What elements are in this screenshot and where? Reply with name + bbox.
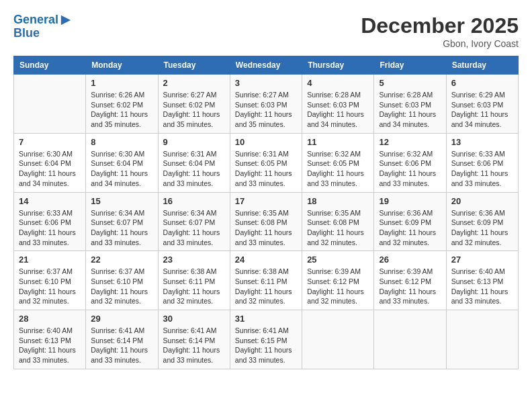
day-detail: Sunrise: 6:39 AM Sunset: 6:12 PM Dayligh… xyxy=(379,267,441,306)
weekday-header-cell: Thursday xyxy=(302,56,374,75)
calendar-week-row: 7Sunrise: 6:30 AM Sunset: 6:04 PM Daylig… xyxy=(14,133,519,192)
calendar-day-cell xyxy=(14,75,86,134)
day-detail: Sunrise: 6:32 AM Sunset: 6:06 PM Dayligh… xyxy=(379,149,441,189)
page-header: General Blue December 2025 Gbon, Ivory C… xyxy=(13,13,519,49)
day-number: 17 xyxy=(235,196,297,206)
calendar-week-row: 21Sunrise: 6:37 AM Sunset: 6:10 PM Dayli… xyxy=(14,251,519,310)
day-number: 28 xyxy=(19,314,81,324)
calendar-day-cell: 21Sunrise: 6:37 AM Sunset: 6:10 PM Dayli… xyxy=(14,251,86,310)
day-number: 22 xyxy=(91,255,152,265)
day-number: 4 xyxy=(307,78,369,88)
calendar-day-cell: 28Sunrise: 6:40 AM Sunset: 6:13 PM Dayli… xyxy=(14,310,86,369)
day-number: 15 xyxy=(91,196,152,206)
month-title: December 2025 xyxy=(361,13,519,38)
logo-general: General xyxy=(13,13,58,26)
weekday-header-cell: Wednesday xyxy=(230,56,302,75)
calendar-day-cell: 29Sunrise: 6:41 AM Sunset: 6:14 PM Dayli… xyxy=(86,310,158,369)
calendar-week-row: 28Sunrise: 6:40 AM Sunset: 6:13 PM Dayli… xyxy=(14,310,519,369)
day-number: 21 xyxy=(19,255,81,265)
calendar-day-cell: 5Sunrise: 6:28 AM Sunset: 6:03 PM Daylig… xyxy=(374,75,446,134)
day-number: 19 xyxy=(379,196,441,206)
calendar-day-cell: 14Sunrise: 6:33 AM Sunset: 6:06 PM Dayli… xyxy=(14,192,86,251)
day-detail: Sunrise: 6:27 AM Sunset: 6:03 PM Dayligh… xyxy=(235,90,297,130)
calendar-day-cell: 3Sunrise: 6:27 AM Sunset: 6:03 PM Daylig… xyxy=(230,75,302,134)
calendar-week-row: 14Sunrise: 6:33 AM Sunset: 6:06 PM Dayli… xyxy=(14,192,519,251)
day-detail: Sunrise: 6:32 AM Sunset: 6:05 PM Dayligh… xyxy=(307,149,369,189)
calendar-body: 1Sunrise: 6:26 AM Sunset: 6:02 PM Daylig… xyxy=(14,75,519,369)
day-number: 2 xyxy=(163,78,225,88)
weekday-header-cell: Tuesday xyxy=(158,56,230,75)
calendar-day-cell: 22Sunrise: 6:37 AM Sunset: 6:10 PM Dayli… xyxy=(86,251,158,310)
calendar-day-cell: 20Sunrise: 6:36 AM Sunset: 6:09 PM Dayli… xyxy=(446,192,518,251)
day-detail: Sunrise: 6:29 AM Sunset: 6:03 PM Dayligh… xyxy=(451,90,513,130)
calendar-day-cell: 1Sunrise: 6:26 AM Sunset: 6:02 PM Daylig… xyxy=(86,75,158,134)
calendar-day-cell: 31Sunrise: 6:41 AM Sunset: 6:15 PM Dayli… xyxy=(230,310,302,369)
day-detail: Sunrise: 6:33 AM Sunset: 6:06 PM Dayligh… xyxy=(451,149,513,189)
day-detail: Sunrise: 6:37 AM Sunset: 6:10 PM Dayligh… xyxy=(91,267,152,306)
calendar-day-cell: 23Sunrise: 6:38 AM Sunset: 6:11 PM Dayli… xyxy=(158,251,230,310)
calendar-day-cell: 10Sunrise: 6:31 AM Sunset: 6:05 PM Dayli… xyxy=(230,133,302,192)
day-number: 16 xyxy=(163,196,225,206)
day-detail: Sunrise: 6:28 AM Sunset: 6:03 PM Dayligh… xyxy=(379,90,441,130)
day-detail: Sunrise: 6:39 AM Sunset: 6:12 PM Dayligh… xyxy=(307,267,369,306)
day-detail: Sunrise: 6:26 AM Sunset: 6:02 PM Dayligh… xyxy=(91,90,152,130)
calendar-day-cell: 12Sunrise: 6:32 AM Sunset: 6:06 PM Dayli… xyxy=(374,133,446,192)
day-detail: Sunrise: 6:30 AM Sunset: 6:04 PM Dayligh… xyxy=(91,149,152,189)
day-detail: Sunrise: 6:38 AM Sunset: 6:11 PM Dayligh… xyxy=(163,267,225,306)
weekday-header-cell: Sunday xyxy=(14,56,86,75)
day-number: 10 xyxy=(235,137,297,147)
calendar-day-cell: 18Sunrise: 6:35 AM Sunset: 6:08 PM Dayli… xyxy=(302,192,374,251)
logo-text: General Blue xyxy=(13,13,72,40)
calendar-day-cell: 8Sunrise: 6:30 AM Sunset: 6:04 PM Daylig… xyxy=(86,133,158,192)
day-number: 1 xyxy=(91,78,152,88)
day-number: 26 xyxy=(379,255,441,265)
logo: General Blue xyxy=(13,13,72,40)
day-detail: Sunrise: 6:40 AM Sunset: 6:13 PM Dayligh… xyxy=(451,267,513,306)
calendar-day-cell xyxy=(374,310,446,369)
day-detail: Sunrise: 6:36 AM Sunset: 6:09 PM Dayligh… xyxy=(451,208,513,248)
day-number: 12 xyxy=(379,137,441,147)
calendar-day-cell: 7Sunrise: 6:30 AM Sunset: 6:04 PM Daylig… xyxy=(14,133,86,192)
day-detail: Sunrise: 6:34 AM Sunset: 6:07 PM Dayligh… xyxy=(163,208,225,248)
calendar-table: SundayMondayTuesdayWednesdayThursdayFrid… xyxy=(13,56,519,369)
day-detail: Sunrise: 6:33 AM Sunset: 6:06 PM Dayligh… xyxy=(19,208,81,248)
calendar-day-cell: 6Sunrise: 6:29 AM Sunset: 6:03 PM Daylig… xyxy=(446,75,518,134)
day-detail: Sunrise: 6:38 AM Sunset: 6:11 PM Dayligh… xyxy=(235,267,297,306)
day-number: 9 xyxy=(163,137,225,147)
day-detail: Sunrise: 6:31 AM Sunset: 6:05 PM Dayligh… xyxy=(235,149,297,189)
day-number: 11 xyxy=(307,137,369,147)
calendar-day-cell: 15Sunrise: 6:34 AM Sunset: 6:07 PM Dayli… xyxy=(86,192,158,251)
day-detail: Sunrise: 6:36 AM Sunset: 6:09 PM Dayligh… xyxy=(379,208,441,248)
calendar-day-cell: 2Sunrise: 6:27 AM Sunset: 6:02 PM Daylig… xyxy=(158,75,230,134)
calendar-day-cell: 9Sunrise: 6:31 AM Sunset: 6:04 PM Daylig… xyxy=(158,133,230,192)
weekday-header-cell: Friday xyxy=(374,56,446,75)
day-detail: Sunrise: 6:40 AM Sunset: 6:13 PM Dayligh… xyxy=(19,326,81,365)
day-detail: Sunrise: 6:27 AM Sunset: 6:02 PM Dayligh… xyxy=(163,90,225,130)
day-number: 7 xyxy=(19,137,81,147)
day-number: 29 xyxy=(91,314,152,324)
day-number: 13 xyxy=(451,137,513,147)
calendar-day-cell: 26Sunrise: 6:39 AM Sunset: 6:12 PM Dayli… xyxy=(374,251,446,310)
day-number: 31 xyxy=(235,314,297,324)
day-detail: Sunrise: 6:41 AM Sunset: 6:14 PM Dayligh… xyxy=(91,326,152,365)
calendar-day-cell: 17Sunrise: 6:35 AM Sunset: 6:08 PM Dayli… xyxy=(230,192,302,251)
weekday-header-cell: Saturday xyxy=(446,56,518,75)
day-number: 20 xyxy=(451,196,513,206)
day-number: 25 xyxy=(307,255,369,265)
day-number: 24 xyxy=(235,255,297,265)
calendar-day-cell: 19Sunrise: 6:36 AM Sunset: 6:09 PM Dayli… xyxy=(374,192,446,251)
day-number: 27 xyxy=(451,255,513,265)
day-number: 6 xyxy=(451,78,513,88)
calendar-day-cell: 11Sunrise: 6:32 AM Sunset: 6:05 PM Dayli… xyxy=(302,133,374,192)
logo-blue: Blue xyxy=(13,26,40,40)
day-detail: Sunrise: 6:41 AM Sunset: 6:15 PM Dayligh… xyxy=(235,326,297,365)
calendar-day-cell xyxy=(446,310,518,369)
calendar-day-cell: 25Sunrise: 6:39 AM Sunset: 6:12 PM Dayli… xyxy=(302,251,374,310)
calendar-day-cell: 16Sunrise: 6:34 AM Sunset: 6:07 PM Dayli… xyxy=(158,192,230,251)
calendar-week-row: 1Sunrise: 6:26 AM Sunset: 6:02 PM Daylig… xyxy=(14,75,519,134)
calendar-day-cell xyxy=(302,310,374,369)
calendar-day-cell: 13Sunrise: 6:33 AM Sunset: 6:06 PM Dayli… xyxy=(446,133,518,192)
day-detail: Sunrise: 6:35 AM Sunset: 6:08 PM Dayligh… xyxy=(235,208,297,248)
day-detail: Sunrise: 6:31 AM Sunset: 6:04 PM Dayligh… xyxy=(163,149,225,189)
calendar-day-cell: 4Sunrise: 6:28 AM Sunset: 6:03 PM Daylig… xyxy=(302,75,374,134)
